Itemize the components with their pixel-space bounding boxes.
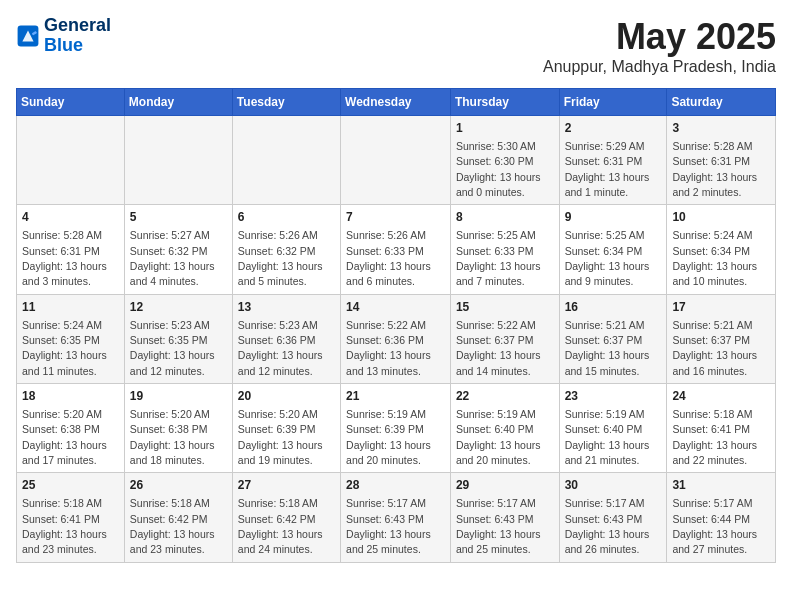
day-number: 12 [130,299,227,316]
logo-icon [16,24,40,48]
day-detail: Sunrise: 5:20 AM Sunset: 6:38 PM Dayligh… [22,408,107,466]
day-detail: Sunrise: 5:28 AM Sunset: 6:31 PM Dayligh… [672,140,757,198]
header-monday: Monday [124,89,232,116]
day-number: 29 [456,477,554,494]
day-detail: Sunrise: 5:18 AM Sunset: 6:41 PM Dayligh… [672,408,757,466]
header-friday: Friday [559,89,667,116]
calendar-cell: 30Sunrise: 5:17 AM Sunset: 6:43 PM Dayli… [559,473,667,562]
calendar-cell: 2Sunrise: 5:29 AM Sunset: 6:31 PM Daylig… [559,116,667,205]
header-saturday: Saturday [667,89,776,116]
calendar-cell: 16Sunrise: 5:21 AM Sunset: 6:37 PM Dayli… [559,294,667,383]
day-detail: Sunrise: 5:23 AM Sunset: 6:35 PM Dayligh… [130,319,215,377]
day-number: 19 [130,388,227,405]
day-detail: Sunrise: 5:23 AM Sunset: 6:36 PM Dayligh… [238,319,323,377]
day-number: 10 [672,209,770,226]
calendar-cell: 20Sunrise: 5:20 AM Sunset: 6:39 PM Dayli… [232,384,340,473]
day-detail: Sunrise: 5:18 AM Sunset: 6:42 PM Dayligh… [130,497,215,555]
day-detail: Sunrise: 5:17 AM Sunset: 6:43 PM Dayligh… [456,497,541,555]
day-number: 3 [672,120,770,137]
calendar-cell: 9Sunrise: 5:25 AM Sunset: 6:34 PM Daylig… [559,205,667,294]
header-tuesday: Tuesday [232,89,340,116]
day-number: 1 [456,120,554,137]
calendar-cell: 12Sunrise: 5:23 AM Sunset: 6:35 PM Dayli… [124,294,232,383]
day-detail: Sunrise: 5:18 AM Sunset: 6:42 PM Dayligh… [238,497,323,555]
day-detail: Sunrise: 5:28 AM Sunset: 6:31 PM Dayligh… [22,229,107,287]
calendar-cell: 24Sunrise: 5:18 AM Sunset: 6:41 PM Dayli… [667,384,776,473]
day-detail: Sunrise: 5:25 AM Sunset: 6:34 PM Dayligh… [565,229,650,287]
calendar-cell: 1Sunrise: 5:30 AM Sunset: 6:30 PM Daylig… [450,116,559,205]
calendar-cell: 11Sunrise: 5:24 AM Sunset: 6:35 PM Dayli… [17,294,125,383]
calendar-cell: 22Sunrise: 5:19 AM Sunset: 6:40 PM Dayli… [450,384,559,473]
calendar-cell [124,116,232,205]
day-number: 27 [238,477,335,494]
calendar-cell: 18Sunrise: 5:20 AM Sunset: 6:38 PM Dayli… [17,384,125,473]
calendar-cell: 8Sunrise: 5:25 AM Sunset: 6:33 PM Daylig… [450,205,559,294]
calendar-cell: 21Sunrise: 5:19 AM Sunset: 6:39 PM Dayli… [341,384,451,473]
day-number: 30 [565,477,662,494]
calendar-cell: 25Sunrise: 5:18 AM Sunset: 6:41 PM Dayli… [17,473,125,562]
week-row-5: 25Sunrise: 5:18 AM Sunset: 6:41 PM Dayli… [17,473,776,562]
day-detail: Sunrise: 5:25 AM Sunset: 6:33 PM Dayligh… [456,229,541,287]
day-detail: Sunrise: 5:17 AM Sunset: 6:43 PM Dayligh… [565,497,650,555]
logo-line2: Blue [44,36,111,56]
header-sunday: Sunday [17,89,125,116]
day-detail: Sunrise: 5:27 AM Sunset: 6:32 PM Dayligh… [130,229,215,287]
logo-general: General [44,15,111,35]
day-detail: Sunrise: 5:30 AM Sunset: 6:30 PM Dayligh… [456,140,541,198]
calendar-cell: 4Sunrise: 5:28 AM Sunset: 6:31 PM Daylig… [17,205,125,294]
day-number: 6 [238,209,335,226]
header-wednesday: Wednesday [341,89,451,116]
day-detail: Sunrise: 5:24 AM Sunset: 6:35 PM Dayligh… [22,319,107,377]
calendar-cell: 7Sunrise: 5:26 AM Sunset: 6:33 PM Daylig… [341,205,451,294]
day-detail: Sunrise: 5:29 AM Sunset: 6:31 PM Dayligh… [565,140,650,198]
day-number: 14 [346,299,445,316]
day-number: 24 [672,388,770,405]
day-number: 21 [346,388,445,405]
calendar-cell: 5Sunrise: 5:27 AM Sunset: 6:32 PM Daylig… [124,205,232,294]
week-row-3: 11Sunrise: 5:24 AM Sunset: 6:35 PM Dayli… [17,294,776,383]
calendar-cell: 13Sunrise: 5:23 AM Sunset: 6:36 PM Dayli… [232,294,340,383]
calendar-cell: 17Sunrise: 5:21 AM Sunset: 6:37 PM Dayli… [667,294,776,383]
calendar-cell: 19Sunrise: 5:20 AM Sunset: 6:38 PM Dayli… [124,384,232,473]
day-number: 28 [346,477,445,494]
day-detail: Sunrise: 5:18 AM Sunset: 6:41 PM Dayligh… [22,497,107,555]
calendar-cell: 27Sunrise: 5:18 AM Sunset: 6:42 PM Dayli… [232,473,340,562]
day-detail: Sunrise: 5:21 AM Sunset: 6:37 PM Dayligh… [672,319,757,377]
day-number: 9 [565,209,662,226]
day-number: 26 [130,477,227,494]
day-detail: Sunrise: 5:22 AM Sunset: 6:37 PM Dayligh… [456,319,541,377]
logo: General Blue [16,16,111,56]
calendar-cell: 31Sunrise: 5:17 AM Sunset: 6:44 PM Dayli… [667,473,776,562]
day-detail: Sunrise: 5:19 AM Sunset: 6:40 PM Dayligh… [565,408,650,466]
day-number: 15 [456,299,554,316]
calendar-cell: 10Sunrise: 5:24 AM Sunset: 6:34 PM Dayli… [667,205,776,294]
calendar-table: SundayMondayTuesdayWednesdayThursdayFrid… [16,88,776,563]
week-row-4: 18Sunrise: 5:20 AM Sunset: 6:38 PM Dayli… [17,384,776,473]
day-detail: Sunrise: 5:17 AM Sunset: 6:44 PM Dayligh… [672,497,757,555]
day-number: 16 [565,299,662,316]
day-number: 2 [565,120,662,137]
month-title: May 2025 [543,16,776,58]
week-row-2: 4Sunrise: 5:28 AM Sunset: 6:31 PM Daylig… [17,205,776,294]
day-number: 4 [22,209,119,226]
day-number: 23 [565,388,662,405]
calendar-cell: 15Sunrise: 5:22 AM Sunset: 6:37 PM Dayli… [450,294,559,383]
calendar-cell [341,116,451,205]
day-number: 25 [22,477,119,494]
day-detail: Sunrise: 5:22 AM Sunset: 6:36 PM Dayligh… [346,319,431,377]
calendar-body: 1Sunrise: 5:30 AM Sunset: 6:30 PM Daylig… [17,116,776,563]
calendar-cell: 6Sunrise: 5:26 AM Sunset: 6:32 PM Daylig… [232,205,340,294]
day-number: 20 [238,388,335,405]
day-detail: Sunrise: 5:20 AM Sunset: 6:39 PM Dayligh… [238,408,323,466]
day-detail: Sunrise: 5:19 AM Sunset: 6:39 PM Dayligh… [346,408,431,466]
day-detail: Sunrise: 5:24 AM Sunset: 6:34 PM Dayligh… [672,229,757,287]
calendar-header-row: SundayMondayTuesdayWednesdayThursdayFrid… [17,89,776,116]
day-number: 17 [672,299,770,316]
calendar-cell [232,116,340,205]
day-number: 22 [456,388,554,405]
day-number: 5 [130,209,227,226]
calendar-cell: 14Sunrise: 5:22 AM Sunset: 6:36 PM Dayli… [341,294,451,383]
day-detail: Sunrise: 5:21 AM Sunset: 6:37 PM Dayligh… [565,319,650,377]
day-number: 18 [22,388,119,405]
calendar-cell: 28Sunrise: 5:17 AM Sunset: 6:43 PM Dayli… [341,473,451,562]
